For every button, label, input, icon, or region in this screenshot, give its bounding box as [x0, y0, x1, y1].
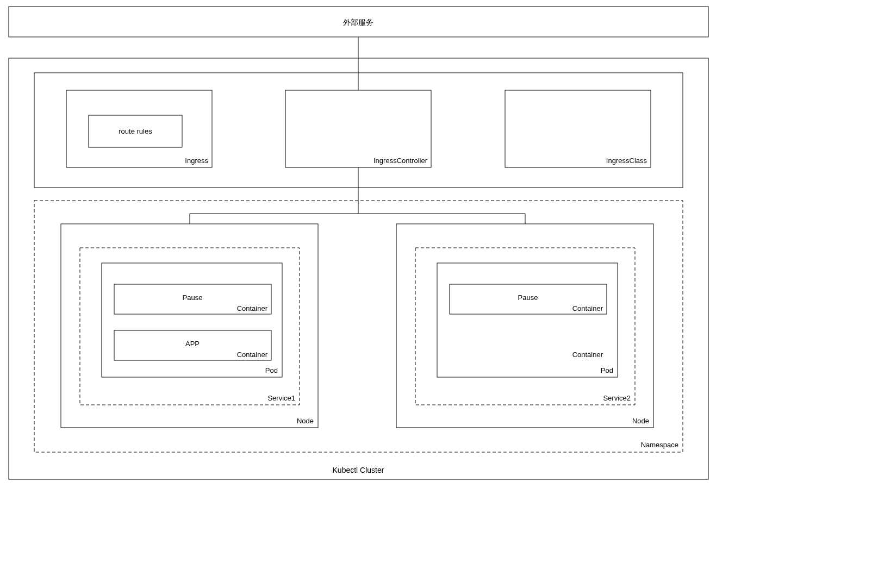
right-pod-box	[437, 263, 618, 377]
ingress-controller-box	[285, 90, 431, 167]
right-pause-label: Pause	[518, 293, 538, 302]
left-pause-label: Pause	[183, 293, 203, 302]
cluster-box	[9, 58, 708, 479]
right-pause-container-label: Container	[572, 304, 603, 312]
left-node-label: Node	[297, 417, 314, 425]
cluster-label: Kubectl Cluster	[333, 466, 384, 474]
right-pod-label: Pod	[601, 366, 613, 374]
left-pod-label: Pod	[265, 366, 278, 374]
ingress-label: Ingress	[185, 157, 208, 165]
kubernetes-architecture-diagram: 外部服务 Kubectl Cluster Ingress route rules…	[0, 0, 872, 588]
right-service-label: Service2	[603, 394, 631, 402]
external-service-label: 外部服务	[343, 18, 373, 27]
left-service-label: Service1	[267, 394, 295, 402]
ingress-class-label: IngressClass	[606, 157, 647, 165]
right-node-label: Node	[632, 417, 649, 425]
left-app-container-label: Container	[237, 351, 268, 359]
left-service-box	[80, 248, 300, 405]
namespace-box	[34, 201, 683, 452]
right-second-container-label: Container	[572, 351, 603, 359]
left-pause-container-label: Container	[237, 304, 268, 312]
left-app-label: APP	[185, 340, 200, 348]
ingress-class-box	[505, 90, 651, 167]
route-rules-label: route rules	[119, 127, 152, 135]
right-service-box	[415, 248, 635, 405]
namespace-label: Namespace	[641, 441, 678, 449]
ingress-controller-label: IngressController	[373, 157, 428, 165]
